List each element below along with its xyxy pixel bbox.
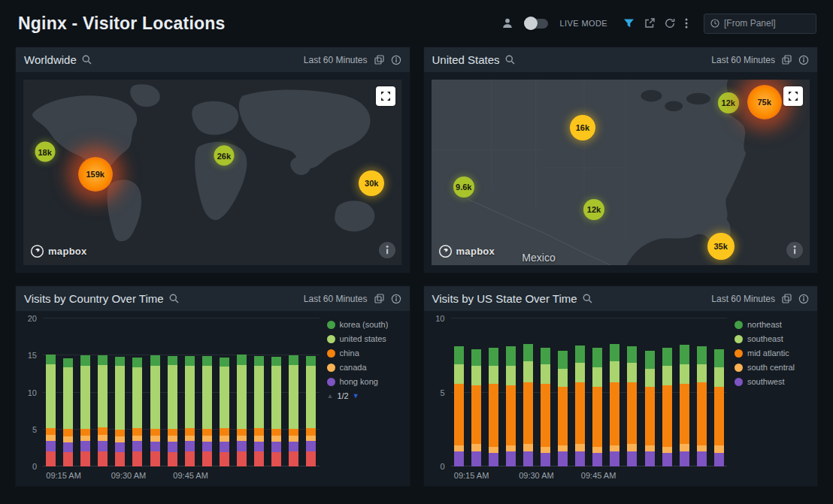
stacked-bar[interactable] <box>168 318 177 466</box>
stacked-bar[interactable] <box>289 318 298 466</box>
info-icon[interactable] <box>798 294 809 304</box>
fullscreen-button[interactable] <box>783 86 803 106</box>
stacked-bar[interactable] <box>697 318 707 466</box>
stacked-bar[interactable] <box>662 318 672 466</box>
legend-item[interactable]: united states <box>327 334 404 343</box>
legend-page-label: 1/2 <box>337 391 348 400</box>
legend-color-dot <box>327 321 335 329</box>
zoom-icon[interactable] <box>583 294 592 303</box>
stacked-bar[interactable] <box>185 318 195 466</box>
stacked-bar[interactable] <box>254 318 264 466</box>
duplicate-icon[interactable] <box>374 55 384 65</box>
mapbox-logo[interactable]: mapbox <box>30 244 87 258</box>
stacked-bar[interactable] <box>575 318 585 466</box>
duplicate-icon[interactable] <box>782 294 792 303</box>
bar-segment <box>454 445 464 451</box>
legend-prev-button[interactable]: ▲ <box>327 392 334 400</box>
legend-item[interactable]: korea (south) <box>327 320 404 329</box>
map-bubble[interactable]: 30k <box>359 171 384 196</box>
bar-segment <box>220 367 229 428</box>
bar-segment <box>237 429 247 436</box>
x-tick-label: 09:30 AM <box>111 471 146 480</box>
duplicate-icon[interactable] <box>782 55 792 65</box>
map-bubble[interactable]: 18k <box>35 142 55 162</box>
legend-item[interactable]: canada <box>327 363 404 372</box>
stacked-bar[interactable] <box>489 318 498 466</box>
bar-segment <box>680 384 689 445</box>
zoom-icon[interactable] <box>82 55 92 65</box>
fullscreen-button[interactable] <box>376 86 395 106</box>
share-icon[interactable] <box>644 18 655 29</box>
stacked-bar[interactable] <box>306 318 316 466</box>
legend-label: southeast <box>747 334 783 343</box>
bar-segment <box>289 429 298 436</box>
stacked-bar[interactable] <box>680 318 689 466</box>
stacked-bar[interactable] <box>237 318 247 466</box>
bar-segment <box>115 366 125 430</box>
legend-item[interactable]: mid atlantic <box>735 349 811 358</box>
legend-item[interactable]: southwest <box>735 377 811 386</box>
stacked-bar[interactable] <box>271 318 281 466</box>
legend-item[interactable]: northeast <box>735 320 811 329</box>
bar-segment <box>220 358 229 367</box>
attribution-info-icon[interactable] <box>379 242 395 258</box>
stacked-bar[interactable] <box>645 318 655 466</box>
map-bubble[interactable]: 16k <box>570 115 595 140</box>
stacked-bar[interactable] <box>592 318 602 466</box>
stacked-bar[interactable] <box>46 318 56 466</box>
map-bubble[interactable]: 26k <box>214 146 234 166</box>
panel-header: Visits by Country Over Time Last 60 Minu… <box>16 286 410 311</box>
map-bubble[interactable]: 12k <box>718 92 739 113</box>
stacked-bar[interactable] <box>471 318 481 466</box>
stacked-bar[interactable] <box>132 318 142 466</box>
legend-label: northeast <box>747 320 782 329</box>
stacked-bar[interactable] <box>714 318 724 466</box>
info-icon[interactable] <box>798 55 809 65</box>
map-bubble[interactable]: 9.6k <box>453 177 474 198</box>
map-bubble[interactable]: 75k <box>747 85 782 119</box>
stacked-bar[interactable] <box>150 318 160 466</box>
attribution-info-icon[interactable] <box>786 242 803 258</box>
stacked-bar[interactable] <box>80 318 90 466</box>
stacked-bar[interactable] <box>115 318 125 466</box>
legend-item[interactable]: china <box>327 349 404 358</box>
stacked-bar[interactable] <box>627 318 637 466</box>
refresh-icon[interactable] <box>665 18 675 29</box>
map-bubble[interactable]: 35k <box>707 233 735 260</box>
stacked-bar[interactable] <box>454 318 464 466</box>
map-bubble[interactable]: 12k <box>583 199 604 220</box>
user-icon[interactable] <box>502 18 513 29</box>
info-icon[interactable] <box>391 294 401 304</box>
info-icon[interactable] <box>391 55 401 65</box>
stacked-bar[interactable] <box>98 318 108 466</box>
bar-segment <box>489 366 498 384</box>
bar-segment <box>289 436 298 442</box>
zoom-icon[interactable] <box>169 294 179 303</box>
bar-segment <box>254 428 264 436</box>
stacked-bar[interactable] <box>523 318 533 466</box>
stacked-bar[interactable] <box>220 318 229 466</box>
dashboard-header: Nginx - Visitor Locations LIVE MODE [Fro… <box>0 0 833 47</box>
time-picker-input[interactable]: [From Panel] <box>704 14 816 34</box>
legend-next-button[interactable]: ▼ <box>353 392 359 400</box>
live-mode-toggle[interactable] <box>524 19 548 29</box>
stacked-bar[interactable] <box>610 318 619 466</box>
filter-icon[interactable] <box>623 18 635 29</box>
stacked-bar[interactable] <box>506 318 516 466</box>
stacked-bar[interactable] <box>63 318 73 466</box>
bar-segment <box>254 451 264 466</box>
stacked-bar[interactable] <box>202 318 212 466</box>
legend-color-dot <box>735 378 743 386</box>
duplicate-icon[interactable] <box>374 294 384 303</box>
bar-segment <box>132 428 142 436</box>
stacked-bar[interactable] <box>558 318 568 466</box>
kebab-menu-icon[interactable] <box>685 18 688 29</box>
legend-item[interactable]: southeast <box>735 334 811 343</box>
legend-item[interactable]: south central <box>735 363 811 372</box>
mapbox-logo[interactable]: mapbox <box>438 244 495 258</box>
zoom-icon[interactable] <box>505 55 515 65</box>
map-bubble[interactable]: 159k <box>78 157 113 192</box>
legend-item[interactable]: hong kong <box>327 377 404 386</box>
bar-segment <box>63 452 73 466</box>
stacked-bar[interactable] <box>541 318 550 466</box>
